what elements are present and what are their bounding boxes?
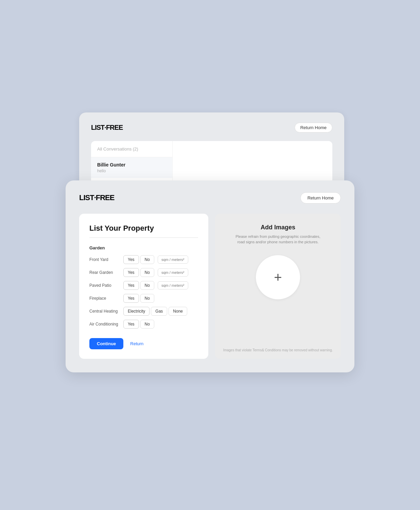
air-conditioning-btns: Yes No — [123, 320, 154, 329]
form-panel: List Your Property Garden Front Yard Yes… — [79, 214, 208, 359]
form-title: List Your Property — [89, 224, 198, 233]
logo-front: LIST·FREE — [79, 193, 114, 202]
continue-button[interactable]: Continue — [89, 338, 123, 349]
paved-patio-yes-btn[interactable]: Yes — [123, 281, 139, 290]
messages-header: LIST·FREE Return Home — [91, 123, 332, 133]
images-title: Add Images — [234, 224, 322, 231]
images-warning: Images that violate Terms& Conditions ma… — [223, 348, 333, 352]
front-yard-no-btn[interactable]: No — [140, 255, 154, 264]
images-top: Add Images Please refrain from putting g… — [234, 224, 322, 255]
air-conditioning-yes-btn[interactable]: Yes — [123, 320, 139, 329]
air-conditioning-label: Air Conditioning — [89, 322, 123, 327]
rear-garden-sqm-input[interactable] — [158, 268, 188, 277]
return-link[interactable]: Return — [130, 341, 143, 346]
rear-garden-no-btn[interactable]: No — [140, 268, 154, 277]
fireplace-row: Fireplace Yes No — [89, 294, 198, 303]
central-heating-none-btn[interactable]: None — [169, 307, 187, 316]
conversation-preview: hello — [97, 169, 166, 173]
form-actions: Continue Return — [89, 333, 198, 349]
central-heating-gas-btn[interactable]: Gas — [151, 307, 167, 316]
form-divider — [89, 238, 198, 238]
return-home-button-front[interactable]: Return Home — [300, 192, 341, 204]
images-subtitle: Please refrain from putting geographic c… — [234, 234, 322, 245]
fireplace-label: Fireplace — [89, 296, 123, 301]
central-heating-label: Central Heating — [89, 309, 123, 314]
air-conditioning-row: Air Conditioning Yes No — [89, 320, 198, 329]
list-property-card: LIST·FREE Return Home List Your Property… — [66, 180, 354, 372]
front-yard-label: Front Yard — [89, 257, 123, 262]
front-yard-row: Front Yard Yes No — [89, 255, 198, 264]
fireplace-btns: Yes No — [123, 294, 154, 303]
front-yard-btns: Yes No — [123, 255, 188, 264]
list-property-header: LIST·FREE Return Home — [79, 192, 341, 204]
section-garden-label: Garden — [89, 245, 198, 250]
rear-garden-yes-btn[interactable]: Yes — [123, 268, 139, 277]
front-yard-yes-btn[interactable]: Yes — [123, 255, 139, 264]
paved-patio-label: Paved Patio — [89, 283, 123, 288]
central-heating-electricity-btn[interactable]: Electricity — [123, 307, 150, 316]
air-conditioning-no-btn[interactable]: No — [140, 320, 154, 329]
central-heating-row: Central Heating Electricity Gas None — [89, 307, 198, 316]
logo-back: LIST·FREE — [91, 124, 123, 131]
paved-patio-no-btn[interactable]: No — [140, 281, 154, 290]
conversation-name: Billie Gunter — [97, 162, 166, 168]
rear-garden-row: Rear Garden Yes No — [89, 268, 198, 277]
plus-icon: + — [274, 270, 282, 284]
rear-garden-btns: Yes No — [123, 268, 188, 277]
front-yard-sqm-input[interactable] — [158, 256, 188, 264]
main-content: List Your Property Garden Front Yard Yes… — [79, 214, 341, 359]
paved-patio-sqm-input[interactable] — [158, 281, 188, 289]
images-panel: Add Images Please refrain from putting g… — [215, 214, 341, 359]
return-home-button-back[interactable]: Return Home — [295, 123, 332, 133]
central-heating-btns: Electricity Gas None — [123, 307, 187, 316]
fireplace-no-btn[interactable]: No — [140, 294, 154, 303]
add-image-button[interactable]: + — [256, 255, 300, 299]
conversation-item[interactable]: Billie Gunter hello — [91, 157, 172, 178]
fireplace-yes-btn[interactable]: Yes — [123, 294, 139, 303]
conversations-count: All Conversations (2) — [91, 141, 172, 157]
paved-patio-btns: Yes No — [123, 281, 188, 290]
rear-garden-label: Rear Garden — [89, 270, 123, 275]
paved-patio-row: Paved Patio Yes No — [89, 281, 198, 290]
